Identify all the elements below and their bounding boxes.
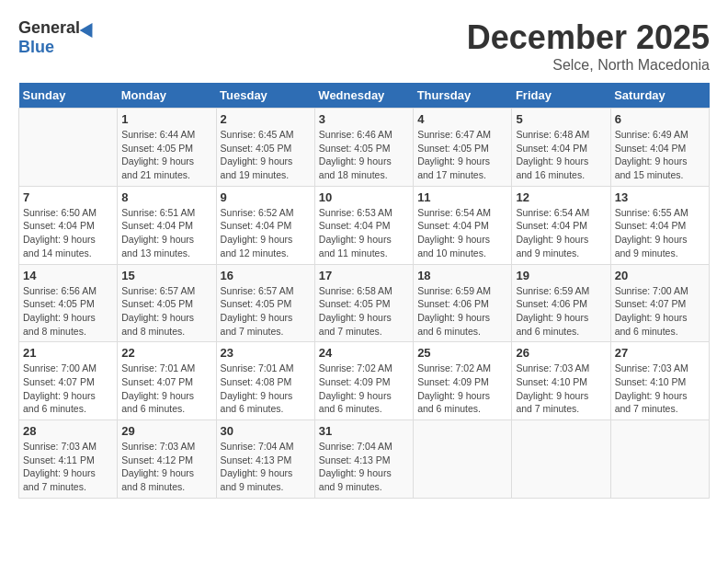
calendar-cell	[610, 420, 709, 499]
calendar-cell: 24Sunrise: 7:02 AM Sunset: 4:09 PM Dayli…	[314, 342, 413, 420]
calendar-cell: 29Sunrise: 7:03 AM Sunset: 4:12 PM Dayli…	[118, 420, 216, 499]
calendar-location: Selce, North Macedonia	[467, 57, 710, 74]
day-info: Sunrise: 7:03 AM Sunset: 4:12 PM Dayligh…	[121, 440, 211, 494]
logo-blue-text: Blue	[18, 38, 54, 57]
weekday-header-sunday: Sunday	[19, 83, 118, 109]
day-number: 10	[319, 190, 409, 204]
calendar-body: 1Sunrise: 6:44 AM Sunset: 4:05 PM Daylig…	[19, 109, 710, 499]
day-number: 25	[417, 346, 507, 360]
calendar-cell	[414, 420, 512, 499]
day-number: 22	[121, 346, 211, 360]
calendar-title: December 2025	[467, 18, 710, 57]
day-number: 24	[319, 346, 409, 360]
day-info: Sunrise: 7:02 AM Sunset: 4:09 PM Dayligh…	[319, 362, 409, 416]
day-info: Sunrise: 6:51 AM Sunset: 4:04 PM Dayligh…	[121, 206, 211, 260]
day-info: Sunrise: 6:58 AM Sunset: 4:05 PM Dayligh…	[319, 284, 409, 339]
day-info: Sunrise: 6:59 AM Sunset: 4:06 PM Dayligh…	[516, 284, 606, 339]
day-number: 26	[516, 346, 606, 360]
day-info: Sunrise: 6:50 AM Sunset: 4:04 PM Dayligh…	[23, 206, 113, 260]
calendar-cell: 2Sunrise: 6:45 AM Sunset: 4:05 PM Daylig…	[216, 109, 314, 187]
day-number: 14	[23, 269, 113, 282]
day-info: Sunrise: 6:57 AM Sunset: 4:05 PM Dayligh…	[121, 284, 211, 339]
calendar-cell: 5Sunrise: 6:48 AM Sunset: 4:04 PM Daylig…	[512, 109, 610, 187]
calendar-cell: 16Sunrise: 6:57 AM Sunset: 4:05 PM Dayli…	[216, 264, 314, 342]
day-info: Sunrise: 7:02 AM Sunset: 4:09 PM Dayligh…	[417, 362, 507, 416]
calendar-cell: 23Sunrise: 7:01 AM Sunset: 4:08 PM Dayli…	[216, 342, 314, 420]
calendar-table: SundayMondayTuesdayWednesdayThursdayFrid…	[18, 83, 710, 499]
week-row-4: 28Sunrise: 7:03 AM Sunset: 4:11 PM Dayli…	[19, 420, 710, 499]
calendar-cell: 31Sunrise: 7:04 AM Sunset: 4:13 PM Dayli…	[314, 420, 413, 499]
calendar-cell: 27Sunrise: 7:03 AM Sunset: 4:10 PM Dayli…	[610, 342, 709, 420]
day-number: 19	[516, 269, 606, 282]
calendar-cell	[512, 420, 610, 499]
logo-general-text: General	[18, 18, 80, 38]
calendar-cell: 30Sunrise: 7:04 AM Sunset: 4:13 PM Dayli…	[216, 420, 314, 499]
calendar-cell: 9Sunrise: 6:52 AM Sunset: 4:04 PM Daylig…	[216, 186, 314, 264]
weekday-header-wednesday: Wednesday	[314, 83, 413, 109]
day-number: 15	[121, 269, 211, 282]
calendar-cell: 20Sunrise: 7:00 AM Sunset: 4:07 PM Dayli…	[610, 264, 709, 342]
calendar-cell: 15Sunrise: 6:57 AM Sunset: 4:05 PM Dayli…	[118, 264, 216, 342]
week-row-1: 7Sunrise: 6:50 AM Sunset: 4:04 PM Daylig…	[19, 186, 710, 264]
calendar-cell: 8Sunrise: 6:51 AM Sunset: 4:04 PM Daylig…	[118, 186, 216, 264]
day-number: 4	[417, 112, 507, 126]
calendar-cell: 26Sunrise: 7:03 AM Sunset: 4:10 PM Dayli…	[512, 342, 610, 420]
day-info: Sunrise: 6:46 AM Sunset: 4:05 PM Dayligh…	[319, 128, 409, 182]
day-number: 31	[319, 424, 409, 438]
day-info: Sunrise: 6:47 AM Sunset: 4:05 PM Dayligh…	[417, 128, 507, 182]
logo: General Blue	[18, 18, 97, 57]
weekday-header-tuesday: Tuesday	[216, 83, 314, 109]
day-number: 9	[221, 190, 311, 204]
day-number: 12	[516, 190, 606, 204]
day-number: 11	[417, 190, 507, 204]
week-row-0: 1Sunrise: 6:44 AM Sunset: 4:05 PM Daylig…	[19, 109, 710, 187]
day-number: 29	[121, 424, 211, 438]
day-number: 7	[23, 190, 113, 204]
day-info: Sunrise: 7:04 AM Sunset: 4:13 PM Dayligh…	[319, 440, 409, 494]
day-info: Sunrise: 6:56 AM Sunset: 4:05 PM Dayligh…	[23, 284, 113, 339]
day-number: 30	[221, 424, 311, 438]
day-info: Sunrise: 6:54 AM Sunset: 4:04 PM Dayligh…	[417, 206, 507, 260]
weekday-header-thursday: Thursday	[414, 83, 512, 109]
weekday-header-saturday: Saturday	[610, 83, 709, 109]
day-info: Sunrise: 7:03 AM Sunset: 4:11 PM Dayligh…	[23, 440, 113, 494]
calendar-cell: 18Sunrise: 6:59 AM Sunset: 4:06 PM Dayli…	[414, 264, 512, 342]
day-number: 5	[516, 112, 606, 126]
calendar-cell: 25Sunrise: 7:02 AM Sunset: 4:09 PM Dayli…	[414, 342, 512, 420]
logo-icon	[80, 18, 99, 37]
weekday-header-monday: Monday	[118, 83, 216, 109]
calendar-cell: 21Sunrise: 7:00 AM Sunset: 4:07 PM Dayli…	[19, 342, 118, 420]
day-number: 27	[615, 346, 705, 360]
calendar-cell: 6Sunrise: 6:49 AM Sunset: 4:04 PM Daylig…	[610, 109, 709, 187]
day-info: Sunrise: 7:03 AM Sunset: 4:10 PM Dayligh…	[615, 362, 705, 416]
day-number: 21	[23, 346, 113, 360]
day-info: Sunrise: 6:49 AM Sunset: 4:04 PM Dayligh…	[615, 128, 705, 182]
calendar-cell: 13Sunrise: 6:55 AM Sunset: 4:04 PM Dayli…	[610, 186, 709, 264]
calendar-cell: 7Sunrise: 6:50 AM Sunset: 4:04 PM Daylig…	[19, 186, 118, 264]
title-block: December 2025 Selce, North Macedonia	[467, 18, 710, 74]
day-number: 28	[23, 424, 113, 438]
calendar-cell: 28Sunrise: 7:03 AM Sunset: 4:11 PM Dayli…	[19, 420, 118, 499]
day-number: 2	[221, 112, 311, 126]
day-info: Sunrise: 6:48 AM Sunset: 4:04 PM Dayligh…	[516, 128, 606, 182]
day-number: 6	[615, 112, 705, 126]
weekday-header-friday: Friday	[512, 83, 610, 109]
day-info: Sunrise: 7:01 AM Sunset: 4:07 PM Dayligh…	[121, 362, 211, 416]
day-info: Sunrise: 6:53 AM Sunset: 4:04 PM Dayligh…	[319, 206, 409, 260]
day-number: 8	[121, 190, 211, 204]
day-number: 3	[319, 112, 409, 126]
week-row-3: 21Sunrise: 7:00 AM Sunset: 4:07 PM Dayli…	[19, 342, 710, 420]
calendar-cell: 12Sunrise: 6:54 AM Sunset: 4:04 PM Dayli…	[512, 186, 610, 264]
day-number: 17	[319, 269, 409, 282]
day-info: Sunrise: 6:54 AM Sunset: 4:04 PM Dayligh…	[516, 206, 606, 260]
calendar-cell: 19Sunrise: 6:59 AM Sunset: 4:06 PM Dayli…	[512, 264, 610, 342]
day-number: 16	[221, 269, 311, 282]
calendar-cell: 10Sunrise: 6:53 AM Sunset: 4:04 PM Dayli…	[314, 186, 413, 264]
day-info: Sunrise: 6:59 AM Sunset: 4:06 PM Dayligh…	[417, 284, 507, 339]
page-header: General Blue December 2025 Selce, North …	[18, 18, 710, 74]
day-number: 18	[417, 269, 507, 282]
day-number: 1	[121, 112, 211, 126]
week-row-2: 14Sunrise: 6:56 AM Sunset: 4:05 PM Dayli…	[19, 264, 710, 342]
day-info: Sunrise: 6:57 AM Sunset: 4:05 PM Dayligh…	[221, 284, 311, 339]
day-info: Sunrise: 7:00 AM Sunset: 4:07 PM Dayligh…	[23, 362, 113, 416]
